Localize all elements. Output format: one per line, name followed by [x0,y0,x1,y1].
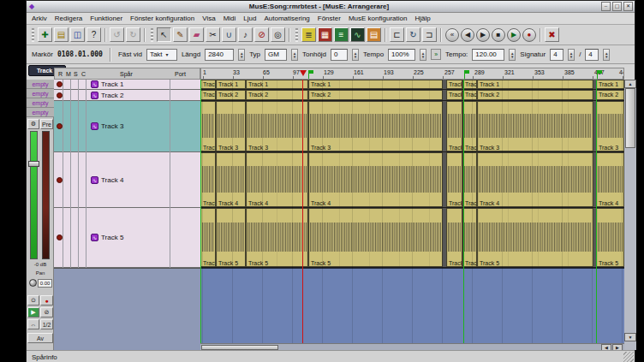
track-row[interactable]: ∿ Track 2 [54,90,200,101]
menu-visa[interactable]: Visa [202,15,215,22]
loop-marker-flag[interactable] [308,70,309,79]
marker-flag[interactable] [597,70,598,79]
part[interactable]: Track 4 [596,152,624,207]
part[interactable]: Track 5 [596,208,624,267]
part[interactable]: Track 4 [308,152,443,207]
off-button[interactable]: Av [27,333,53,343]
toolbar-grip[interactable] [151,28,153,42]
list-editor-icon[interactable]: ≡ [334,27,349,42]
menu-arkiv[interactable]: Arkiv [32,15,47,22]
mute-button[interactable]: ⊘ [40,307,53,317]
pitch-field[interactable]: 0 [331,49,348,61]
record-arm-dot[interactable] [57,81,63,87]
trackinfo-label[interactable]: Spårinfo [32,353,57,361]
tempo-scale-field[interactable]: 100% [388,49,415,61]
eraser-tool-icon[interactable]: ▰ [189,27,204,42]
part[interactable]: Track 5 [477,208,593,267]
titlebar[interactable]: ◆ MusE:Song:rmrbtest - [MusE: Arrangerar… [27,1,635,13]
record-icon[interactable]: ● [522,28,536,42]
pointer-tool-icon[interactable]: ↖ [157,27,171,42]
vscroll-thumb[interactable] [625,88,635,148]
stop-icon[interactable]: ■ [492,28,505,42]
pianoroll-editor-icon[interactable]: ≣ [301,27,316,42]
punch-out-icon[interactable]: ⊐ [422,27,437,42]
resize-grip[interactable] [623,352,634,362]
panic-icon[interactable]: ✖ [545,27,559,42]
part[interactable]: Track 2 [477,90,593,100]
part[interactable]: Track 1 [216,80,246,89]
part[interactable]: Track 4 [216,152,246,207]
part[interactable]: Track 1 [462,80,477,89]
monitor-button[interactable]: ▶ [27,307,39,317]
part[interactable]: Track 2 [596,90,624,100]
menu-hjalp[interactable]: Hjälp [414,15,430,22]
part[interactable]: Track 4 [200,152,216,207]
effect-rack-slot[interactable]: empty [27,89,54,98]
whats-this-icon[interactable]: ? [86,27,101,42]
mute-tool-icon[interactable]: ⊘ [254,27,269,42]
part[interactable]: Track 3 [246,101,308,151]
part[interactable]: Track 3 [200,101,216,151]
length-field[interactable]: 2840 [205,49,234,61]
part[interactable]: Track 1 [596,80,624,89]
part[interactable]: Track 5 [462,208,477,267]
fader-handle[interactable] [28,161,39,167]
part[interactable]: Track 1 [246,80,308,89]
power-button[interactable]: ⊙ [27,295,39,306]
part[interactable]: Track 5 [308,208,443,267]
menu-midi[interactable]: Midi [224,15,236,22]
scroll-up-icon[interactable]: ▲ [624,80,636,88]
tracklist-empty-area[interactable] [54,268,200,350]
track-row[interactable]: ∿ Track 5 [54,208,200,268]
part[interactable]: Track 3 [216,101,246,151]
menu-fonster[interactable]: Fönster [318,15,341,22]
skip-start-icon[interactable]: « [445,28,459,42]
record-arm-dot[interactable] [57,177,63,183]
part[interactable]: Track 2 [446,90,462,100]
pan-value[interactable]: 0.00 [38,279,52,288]
part[interactable]: Track 5 [200,208,216,267]
tempo-scale-spinner[interactable]: ▴▾ [420,49,426,61]
menu-muse-konfiguration[interactable]: MusE konfiguration [349,15,407,22]
scroll-left-icon[interactable]: ◀ [601,344,611,350]
part[interactable]: Track 3 [308,101,443,151]
part[interactable]: Track 1 [200,80,216,89]
save-file-icon[interactable]: ◫ [70,27,85,42]
tracklist-header[interactable]: R M S C Spår Port [54,68,200,80]
empty-canvas-area[interactable] [200,268,624,343]
signature-numerator-field[interactable]: 4 [550,49,564,61]
part[interactable]: Track 5 [216,208,246,267]
track-row[interactable]: ∿ Track 1 [54,80,200,90]
track-row[interactable]: ∿ Track 4 [54,152,200,208]
part[interactable]: Track 3 [462,101,477,151]
close-button[interactable]: ✕ [623,2,633,11]
part[interactable]: Track 3 [477,101,593,151]
effect-rack-slot[interactable]: empty [27,80,54,89]
arranger-canvas[interactable]: Track 1 Track 1 Track 1 Track 1 Track 1 … [200,80,624,350]
part[interactable]: Track 2 [246,90,308,100]
score-tool-icon[interactable]: ♪ [238,27,253,42]
pan-knob[interactable] [29,279,37,287]
type-field[interactable]: GM [265,49,287,61]
forward-icon[interactable]: ▶ [476,28,490,42]
record-arm-dot[interactable] [57,234,63,240]
part[interactable]: Track 4 [446,152,462,207]
signature-denominator-field[interactable]: 4 [585,49,599,61]
part[interactable]: Track 1 [477,80,593,89]
new-file-icon[interactable]: ✚ [38,27,52,42]
pencil-tool-icon[interactable]: ✎ [173,27,188,42]
menu-redigera[interactable]: Redigera [55,15,82,22]
part[interactable]: Track 4 [246,152,308,207]
part[interactable]: Track 2 [200,90,216,100]
part[interactable]: Track 5 [246,208,308,267]
toolbar-grip[interactable] [295,28,298,42]
rewind-icon[interactable]: ◀ [461,28,474,42]
gear-icon[interactable]: ⚙ [27,119,39,129]
volume-fader[interactable] [30,131,38,259]
part[interactable]: Track 4 [462,152,477,207]
open-file-icon[interactable]: ▤ [54,27,69,42]
horizontal-scrollbar[interactable]: ◀ ▶ [200,343,624,350]
marker-flag[interactable] [464,70,465,79]
part[interactable]: Track 3 [446,101,462,151]
part[interactable]: Track 5 [446,208,462,267]
